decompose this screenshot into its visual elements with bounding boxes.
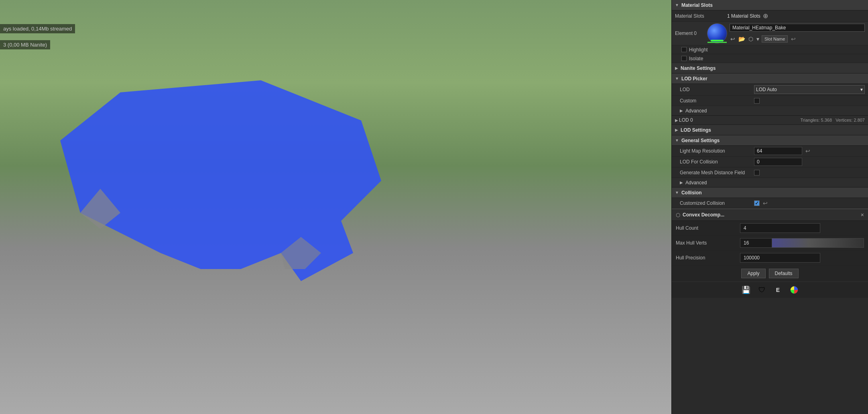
- light-map-input[interactable]: [754, 147, 802, 155]
- isolate-checkbox[interactable]: [681, 56, 687, 61]
- collapse-icon-collision: ▼: [675, 190, 679, 195]
- collapse-icon-lod-settings: ▶: [675, 128, 678, 132]
- lod-collision-row: LOD For Collision: [672, 157, 868, 167]
- collision-header[interactable]: ▼ Collision: [672, 188, 868, 198]
- lod0-row[interactable]: ▶ LOD 0 Triangles: 5.368 Vertices: 2.807: [672, 116, 868, 125]
- general-advanced-label: Advanced: [685, 180, 707, 186]
- defaults-button[interactable]: Defaults: [769, 269, 799, 278]
- convex-buttons-row: Apply Defaults: [672, 265, 868, 281]
- custom-checkbox[interactable]: [754, 98, 760, 104]
- add-material-slot-icon[interactable]: ⊕: [763, 12, 768, 20]
- multicolor-icon: [790, 286, 798, 294]
- shield-icon-button[interactable]: 🛡: [756, 284, 768, 296]
- generate-mesh-checkbox[interactable]: [754, 170, 760, 175]
- convex-decomp-icon: ⬡: [676, 212, 680, 218]
- sphere-progress-bar: [707, 42, 727, 43]
- hull-count-label: Hull Count: [676, 225, 740, 231]
- lod-settings-header[interactable]: ▶ LOD Settings: [672, 125, 868, 135]
- material-dropdown-icon[interactable]: ▾: [756, 35, 760, 43]
- lod0-info: Triangles: 5.368 Vertices: 2.807: [801, 118, 865, 122]
- collapse-icon-nanite: ▶: [675, 66, 678, 70]
- generate-mesh-row: Generate Mesh Distance Field: [672, 167, 868, 178]
- custom-label: Custom: [680, 98, 754, 104]
- material-slots-label: Material Slots: [675, 13, 727, 19]
- reset-material-icon[interactable]: ↩: [791, 36, 796, 42]
- shield-icon: 🛡: [758, 286, 766, 294]
- general-settings-header[interactable]: ▼ General Settings: [672, 135, 868, 146]
- right-panel: ▼ Material Slots Material Slots 1 Materi…: [671, 0, 868, 414]
- lod-select[interactable]: LOD Auto ▾: [754, 85, 865, 94]
- save-icon: 💾: [742, 286, 750, 294]
- save-icon-button[interactable]: 💾: [740, 284, 752, 296]
- apply-button[interactable]: Apply: [741, 269, 765, 278]
- max-hull-verts-input[interactable]: [740, 238, 772, 248]
- general-settings-title: General Settings: [681, 138, 720, 143]
- custom-value: [754, 98, 865, 104]
- lod-row: LOD LOD Auto ▾: [672, 84, 868, 96]
- isolate-row: Isolate: [672, 54, 868, 63]
- material-toolbar: ↩ 📂 ⬡ ▾ Slot Name ↩: [730, 35, 865, 43]
- collapse-icon-lod0: ▶: [675, 118, 678, 122]
- lod-collision-value-container: [754, 158, 865, 166]
- generate-mesh-label: Generate Mesh Distance Field: [680, 170, 754, 175]
- browse-material-icon[interactable]: ↩: [730, 35, 736, 43]
- highlight-row: Highlight: [672, 45, 868, 54]
- max-hull-verts-row: Max Hull Verts: [672, 236, 868, 251]
- isolate-label: Isolate: [689, 56, 703, 61]
- lod-settings-title: LOD Settings: [681, 127, 711, 133]
- hull-precision-label: Hull Precision: [676, 255, 740, 261]
- lod-value-container: LOD Auto ▾: [754, 85, 865, 94]
- hull-count-input[interactable]: [740, 223, 820, 233]
- light-map-row: Light Map Resolution ↩: [672, 146, 868, 157]
- collapse-icon-general: ▼: [675, 138, 679, 143]
- nanite-settings-header[interactable]: ▶ Nanite Settings: [672, 63, 868, 73]
- blue-mesh-shape: [40, 60, 401, 301]
- lod-collision-input[interactable]: [754, 158, 802, 166]
- hull-precision-row: Hull Precision: [672, 251, 868, 265]
- lod-picker-advanced-header[interactable]: ▶ Advanced: [672, 106, 868, 116]
- lod-label: LOD: [680, 87, 754, 92]
- highlight-checkbox[interactable]: [681, 47, 687, 52]
- customized-collision-row: Customized Collision ✓ ↩: [672, 198, 868, 208]
- convex-decomp-panel: ⬡ Convex Decomp... × Hull Count Max Hull…: [672, 208, 868, 281]
- light-map-label: Light Map Resolution: [680, 148, 754, 154]
- hull-precision-input[interactable]: [740, 253, 820, 263]
- collapse-icon-general-advanced: ▶: [680, 180, 683, 185]
- max-hull-verts-container: [740, 238, 864, 248]
- nanite-settings-title: Nanite Settings: [681, 65, 716, 71]
- collapse-icon-lod-picker: ▼: [675, 76, 679, 81]
- light-map-value-container: ↩: [754, 147, 865, 155]
- viewport-overlay-text2: 3 (0,00 MB Nanite): [0, 40, 50, 49]
- light-map-reset-icon[interactable]: ↩: [805, 148, 810, 154]
- epic-icon-button[interactable]: E: [772, 284, 784, 296]
- customized-collision-reset-icon[interactable]: ↩: [763, 200, 768, 206]
- lod-collision-label: LOD For Collision: [680, 159, 754, 165]
- sphere-thumbnail: [707, 23, 727, 43]
- material-slots-value: 1 Material Slots: [727, 13, 760, 19]
- slot-name-button[interactable]: Slot Name: [762, 35, 788, 43]
- dot-icon-button[interactable]: [789, 284, 800, 296]
- lod0-vertices: Vertices: 2.807: [835, 118, 865, 122]
- collision-title: Collision: [681, 190, 702, 196]
- general-advanced-header[interactable]: ▶ Advanced: [672, 178, 868, 188]
- lod0-triangles: Triangles: 5.368: [801, 118, 832, 122]
- convex-decomp-close-button[interactable]: ×: [861, 212, 864, 218]
- highlight-label: Highlight: [689, 47, 708, 53]
- custom-row: Custom: [672, 96, 868, 106]
- lod-picker-header[interactable]: ▼ LOD Picker: [672, 73, 868, 84]
- hull-count-row: Hull Count: [672, 221, 868, 236]
- collapse-icon-lod-advanced: ▶: [680, 108, 683, 113]
- save-material-icon[interactable]: 📂: [738, 35, 746, 43]
- customized-collision-label: Customized Collision: [680, 200, 754, 206]
- viewport[interactable]: ays loaded, 0,14Mb streamed 3 (0,00 MB N…: [0, 0, 671, 414]
- lod-select-arrow: ▾: [860, 87, 863, 92]
- max-hull-verts-label: Max Hull Verts: [676, 240, 740, 246]
- max-hull-verts-bar: [772, 238, 864, 248]
- customized-collision-value: ✓ ↩: [754, 200, 865, 206]
- lod-picker-title: LOD Picker: [681, 76, 707, 82]
- customized-collision-checkbox[interactable]: ✓: [754, 200, 760, 206]
- material-slots-header[interactable]: ▼ Material Slots: [672, 0, 868, 10]
- material-name-input[interactable]: [730, 24, 865, 32]
- viewport-overlay-text1: ays loaded, 0,14Mb streamed: [0, 24, 75, 33]
- find-material-icon[interactable]: ⬡: [748, 35, 754, 43]
